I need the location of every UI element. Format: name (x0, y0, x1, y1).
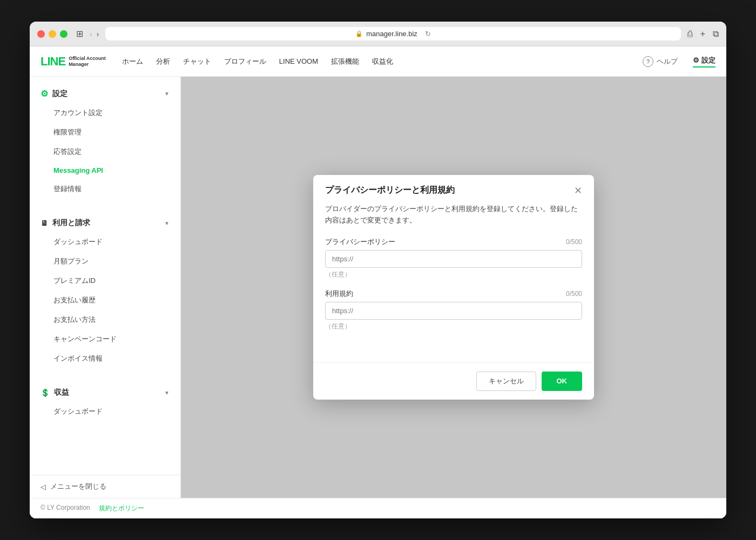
settings-label: 設定 (701, 56, 716, 65)
new-tab-icon[interactable]: + (700, 29, 705, 39)
sidebar-item-payment-history[interactable]: お支払い履歴 (30, 291, 180, 310)
terms-label: 利用規約 (325, 289, 353, 299)
sidebar-item-account[interactable]: アカウント設定 (30, 103, 180, 123)
sidebar-item-payment-method[interactable]: お支払い方法 (30, 310, 180, 329)
logo-subtitle: Official Account Manager (69, 56, 106, 68)
app-content: LINE Official Account Manager ホーム 分析 チャッ… (30, 46, 726, 518)
revenue-chevron-icon: ▼ (164, 390, 170, 396)
billing-section-label: 利用と請求 (52, 218, 90, 228)
nav-item-home[interactable]: ホーム (122, 55, 143, 69)
ok-button[interactable]: OK (542, 372, 583, 391)
logo: LINE Official Account Manager (40, 55, 106, 69)
modal: プライバシーポリシーと利用規約 ✕ プロバイダーのプライバシーポリシーと利用規約… (313, 175, 594, 400)
sidebar-item-invoice[interactable]: インボイス情報 (30, 349, 180, 368)
sidebar-item-revenue-dashboard[interactable]: ダッシュボード (30, 402, 180, 421)
sidebar-item-dashboard[interactable]: ダッシュボード (30, 232, 180, 252)
nav-forward-icon[interactable]: › (97, 30, 99, 38)
revenue-section-title: 💲 収益 (40, 388, 69, 397)
copyright: © LY Corporation (40, 504, 90, 513)
share-icon[interactable]: ⎙ (687, 29, 693, 39)
nav-menu: ホーム 分析 チャット プロフィール LINE VOOM 拡張機能 収益化 (122, 55, 643, 69)
sidebar-item-registration[interactable]: 登録情報 (30, 179, 180, 199)
nav-item-voom[interactable]: LINE VOOM (279, 55, 318, 68)
sidebar-item-premium-id[interactable]: プレミアムID (30, 271, 180, 291)
traffic-lights (37, 30, 68, 38)
nav-item-profile[interactable]: プロフィール (224, 55, 266, 69)
modal-body: プロバイダーのプライバシーポリシーと利用規約を登録してください。登録した内容はあ… (313, 204, 594, 352)
billing-icon: 🖥 (40, 219, 48, 227)
browser-actions: ⎙ + ⧉ (687, 29, 719, 39)
modal-title: プライバシーポリシーと利用規約 (325, 185, 455, 196)
sidebar-item-messaging-api[interactable]: Messaging API (30, 161, 180, 179)
modal-overlay[interactable]: プライバシーポリシーと利用規約 ✕ プロバイダーのプライバシーポリシーと利用規約… (181, 77, 726, 498)
close-menu-label: メニューを閉じる (50, 482, 106, 491)
footer: © LY Corporation 規約とポリシー (30, 498, 726, 518)
help-label: ヘルプ (657, 57, 678, 66)
billing-section-header[interactable]: 🖥 利用と請求 ▼ (30, 214, 180, 232)
settings-chevron-icon: ▼ (164, 91, 170, 97)
reload-icon[interactable]: ↻ (425, 30, 431, 38)
browser-window: ⊞ ‹ › 🔒 manager.line.biz ↻ ⎙ + ⧉ LINE Of… (30, 22, 726, 518)
cancel-button[interactable]: キャンセル (476, 372, 536, 391)
close-button[interactable] (37, 30, 45, 38)
privacy-policy-label: プライバシーポリシー (325, 237, 395, 247)
modal-description: プロバイダーのプライバシーポリシーと利用規約を登録してください。登録した内容はあ… (325, 204, 582, 226)
minimize-button[interactable] (49, 30, 56, 38)
terms-label-row: 利用規約 0/500 (325, 289, 582, 299)
url-bar[interactable]: 🔒 manager.line.biz ↻ (105, 27, 680, 40)
help-icon[interactable]: ? (643, 56, 653, 67)
nav-back-icon[interactable]: ‹ (90, 30, 92, 38)
close-menu-icon: ◁ (40, 483, 46, 491)
sidebar-item-permissions[interactable]: 権限管理 (30, 123, 180, 142)
top-nav: LINE Official Account Manager ホーム 分析 チャッ… (30, 46, 726, 77)
terms-hint: （任意） (325, 322, 582, 331)
billing-section: 🖥 利用と請求 ▼ ダッシュボード 月額プラン プレミアムID お支払い履歴 お… (30, 206, 180, 376)
privacy-policy-hint: （任意） (325, 270, 582, 279)
settings-nav[interactable]: ⚙ 設定 (693, 56, 716, 68)
terms-group: 利用規約 0/500 （任意） (325, 289, 582, 331)
billing-section-title: 🖥 利用と請求 (40, 218, 90, 228)
browser-chrome: ⊞ ‹ › 🔒 manager.line.biz ↻ ⎙ + ⧉ (30, 22, 726, 46)
logo-line-text: LINE (40, 55, 65, 69)
settings-section: ⚙ 設定 ▼ アカウント設定 権限管理 応答設定 Messaging API 登… (30, 77, 180, 206)
terms-link[interactable]: 規約とポリシー (99, 504, 144, 513)
gear-nav-icon: ⚙ (693, 56, 699, 64)
sidebar-item-campaign-code[interactable]: キャンペーンコード (30, 329, 180, 349)
revenue-section-label: 収益 (54, 388, 69, 397)
main-content: プライバシーポリシーと利用規約 ✕ プロバイダーのプライバシーポリシーと利用規約… (181, 77, 726, 498)
nav-item-extensions[interactable]: 拡張機能 (331, 55, 359, 69)
nav-right: ? ヘルプ ⚙ 設定 (643, 56, 716, 68)
nav-item-analysis[interactable]: 分析 (156, 55, 170, 69)
modal-header: プライバシーポリシーと利用規約 ✕ (313, 175, 594, 204)
modal-footer: キャンセル OK (313, 362, 594, 400)
settings-section-label: 設定 (52, 89, 68, 99)
close-menu-button[interactable]: ◁ メニューを閉じる (30, 475, 180, 498)
sidebar-icon[interactable]: ⧉ (713, 29, 719, 39)
url-text: manager.line.biz (366, 30, 417, 38)
revenue-section: 💲 収益 ▼ ダッシュボード (30, 376, 180, 429)
nav-item-chat[interactable]: チャット (183, 55, 211, 69)
modal-close-button[interactable]: ✕ (574, 186, 582, 195)
settings-section-title: ⚙ 設定 (40, 89, 68, 99)
lock-icon: 🔒 (355, 30, 363, 37)
gear-icon: ⚙ (40, 89, 48, 99)
nav-item-monetize[interactable]: 収益化 (372, 55, 393, 69)
privacy-policy-input[interactable] (325, 250, 582, 268)
browser-controls: ⊞ ‹ › (74, 28, 99, 40)
main-layout: ⚙ 設定 ▼ アカウント設定 権限管理 応答設定 Messaging API 登… (30, 77, 726, 498)
settings-section-header[interactable]: ⚙ 設定 ▼ (30, 84, 180, 103)
privacy-policy-counter: 0/500 (566, 238, 582, 246)
sidebar-item-response[interactable]: 応答設定 (30, 142, 180, 161)
revenue-icon: 💲 (40, 388, 50, 397)
terms-input[interactable] (325, 302, 582, 320)
sidebar: ⚙ 設定 ▼ アカウント設定 権限管理 応答設定 Messaging API 登… (30, 77, 181, 498)
terms-counter: 0/500 (566, 290, 582, 298)
fullscreen-button[interactable] (60, 30, 68, 38)
privacy-policy-group: プライバシーポリシー 0/500 （任意） (325, 237, 582, 279)
sidebar-item-monthly-plan[interactable]: 月額プラン (30, 252, 180, 271)
sidebar-toggle-button[interactable]: ⊞ (74, 28, 85, 40)
billing-chevron-icon: ▼ (164, 220, 170, 226)
privacy-policy-label-row: プライバシーポリシー 0/500 (325, 237, 582, 247)
revenue-section-header[interactable]: 💲 収益 ▼ (30, 383, 180, 402)
